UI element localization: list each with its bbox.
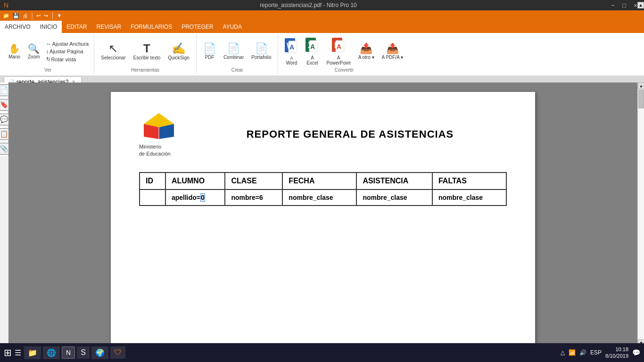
tool-zoom[interactable]: 🔍 Zoom xyxy=(25,42,43,61)
menu-bar: ARCHIVO INICIO EDITAR REVISAR FORMULARIO… xyxy=(0,21,644,33)
vertical-scrollbar[interactable]: ▲ ▼ xyxy=(637,82,644,346)
tool-to-pdfa-label: A PDF/A ▾ xyxy=(382,55,404,60)
svg-text:A: A xyxy=(289,43,294,51)
pdf-page: Ministerio de Educación REPORTE GENERAL … xyxy=(111,92,535,346)
ministry-line2: de Educación xyxy=(139,150,179,157)
rotar-vista[interactable]: ↻ Rotar vista xyxy=(45,56,91,63)
table-header-row: ID ALUMNO CLASE FECHA ASISTENCIA FALTAS xyxy=(140,173,506,189)
taskview-button[interactable]: ☰ xyxy=(15,348,21,357)
menu-archivo[interactable]: ARCHIVO xyxy=(0,21,35,33)
ribbon-collapse-btn[interactable]: ▲ xyxy=(637,2,644,8)
menu-inicio[interactable]: INICIO xyxy=(35,21,62,33)
other-icon: 📤 xyxy=(360,43,372,54)
tool-to-pdfa[interactable]: 📤 A PDF/A ▾ xyxy=(379,41,406,62)
col-asistencia: ASISTENCIA xyxy=(356,173,432,189)
menu-ayuda[interactable]: AYUDA xyxy=(218,21,247,33)
window-controls: − □ × xyxy=(608,2,640,9)
menu-editar[interactable]: EDITAR xyxy=(62,21,91,33)
tool-mano-label: Mano xyxy=(8,54,20,59)
excel-label: Excel xyxy=(306,60,318,66)
minimize-button[interactable]: − xyxy=(608,2,618,9)
tool-pdf-label: PDF xyxy=(205,55,214,60)
clock-time: 10:18 xyxy=(605,346,628,353)
quick-access-toolbar: 📁 💾 🖨 | ↩ ↪ | ▼ xyxy=(0,10,644,21)
taskbar-editor[interactable]: S xyxy=(77,346,90,359)
tool-mano[interactable]: ✋ Mano xyxy=(6,42,23,61)
system-tray: △ 📶 🔊 ESP 10:18 8/10/2019 💬 xyxy=(561,346,640,360)
tool-quicksign[interactable]: ✍ QuickSign xyxy=(165,41,192,62)
tool-seleccionar[interactable]: ↖ Seleccionar xyxy=(98,41,128,62)
tray-volume[interactable]: 🔊 xyxy=(579,349,586,356)
menu-proteger[interactable]: PROTEGER xyxy=(177,21,218,33)
win-taskbar: ⊞ ☰ 📁 🌐 N S 🌍 🛡 △ 📶 🔊 ESP 10:18 8/10/201… xyxy=(0,343,644,362)
cell-alumno: apellido=0 xyxy=(165,189,225,206)
scroll-thumb[interactable] xyxy=(638,90,644,108)
tool-combinar[interactable]: 📄 Combinar xyxy=(221,41,247,62)
taskbar-explorer[interactable]: 📁 xyxy=(24,346,41,359)
tool-to-word-label: A xyxy=(290,56,293,60)
tool-to-excel[interactable]: X A A Excel xyxy=(303,36,322,67)
cell-clase: nombre=6 xyxy=(225,189,282,206)
col-clase: CLASE xyxy=(225,173,282,189)
maximize-button[interactable]: □ xyxy=(619,2,629,9)
start-button[interactable]: ⊞ xyxy=(4,347,12,358)
qa-save-btn[interactable]: 💾 xyxy=(12,12,20,19)
convertir-label: Convertir xyxy=(282,67,406,73)
tool-escribir[interactable]: T Escribir texto xyxy=(131,41,164,62)
tray-notification[interactable]: 💬 xyxy=(632,349,640,356)
tool-portafolio[interactable]: 📄 Portafolio xyxy=(248,41,274,62)
tool-to-word[interactable]: W A A Word xyxy=(282,36,301,67)
qa-redo-btn[interactable]: ↪ xyxy=(43,12,49,19)
taskbar-app2[interactable]: 🛡 xyxy=(110,346,125,359)
qa-separator-2: | xyxy=(50,11,54,20)
cell-faltas: nombre_clase xyxy=(432,189,506,206)
report-title: REPORTE GENERAL DE ASISTENCIAS xyxy=(193,128,507,140)
toolbar-group-herramientas: ↖ Seleccionar T Escribir texto ✍ QuickSi… xyxy=(94,34,197,74)
ajustar-anchura-label: Ajustar Anchura xyxy=(52,41,89,47)
window-title: reporte_asistencias2.pdf - Nitro Pro 10 xyxy=(8,2,608,8)
toolbar-group-ver: ✋ Mano 🔍 Zoom ↔ Ajustar Anchura ↕ Ajusta… xyxy=(2,34,94,74)
ajustar-pagina-icon: ↕ xyxy=(46,49,49,54)
select-icon: ↖ xyxy=(108,43,118,54)
ministry-line1: Ministerio xyxy=(139,143,179,150)
hand-icon: ✋ xyxy=(8,44,20,53)
cell-id xyxy=(140,189,165,206)
toolbar-area: ✋ Mano 🔍 Zoom ↔ Ajustar Anchura ↕ Ajusta… xyxy=(0,33,644,76)
tray-show-icons[interactable]: △ xyxy=(561,349,565,356)
ajustar-pagina[interactable]: ↕ Ajustar Página xyxy=(45,48,91,55)
clock-date: 8/10/2019 xyxy=(605,353,628,359)
tool-to-other[interactable]: 📤 A otro ▾ xyxy=(355,41,377,62)
col-fecha: FECHA xyxy=(282,173,356,189)
qa-file-btn[interactable]: 📁 xyxy=(2,12,10,19)
quicksign-icon: ✍ xyxy=(172,43,186,54)
taskbar-nitro[interactable]: N xyxy=(62,346,75,359)
taskbar-chrome[interactable]: 🌐 xyxy=(43,346,60,359)
scroll-up-btn[interactable]: ▲ xyxy=(638,82,644,89)
qa-undo-btn[interactable]: ↩ xyxy=(35,12,41,19)
report-table: ID ALUMNO CLASE FECHA ASISTENCIA FALTAS … xyxy=(139,172,507,206)
tool-pdf[interactable]: 📄 PDF xyxy=(200,41,219,62)
toolbar-group-crear: 📄 PDF 📄 Combinar 📄 Portafolio Crear xyxy=(197,34,279,74)
ajustar-anchura-icon: ↔ xyxy=(46,41,51,47)
svg-text:A: A xyxy=(337,43,341,50)
tool-to-ppt[interactable]: P A A PowerPoint xyxy=(323,36,353,67)
excel-icon: X A xyxy=(305,38,319,54)
tool-quicksign-label: QuickSign xyxy=(168,55,190,60)
qa-separator: | xyxy=(30,11,34,20)
tray-network[interactable]: 📶 xyxy=(569,349,576,356)
ajustar-anchura[interactable]: ↔ Ajustar Anchura xyxy=(45,41,91,47)
main-content-area: Ministerio de Educación REPORTE GENERAL … xyxy=(8,82,637,346)
word-icon: W A xyxy=(285,38,298,55)
title-bar: N reporte_asistencias2.pdf - Nitro Pro 1… xyxy=(0,0,644,10)
qa-customize-btn[interactable]: ▼ xyxy=(56,12,63,19)
tool-to-ppt-label: A xyxy=(337,55,340,60)
taskbar-browser2[interactable]: 🌍 xyxy=(91,346,108,359)
menu-revisar[interactable]: REVISAR xyxy=(91,21,126,33)
qa-print-btn[interactable]: 🖨 xyxy=(22,12,29,19)
tool-seleccionar-label: Seleccionar xyxy=(101,55,125,60)
pdfa-icon: 📤 xyxy=(386,43,399,54)
menu-formularios[interactable]: FORMULARIOS xyxy=(126,21,177,33)
toolbar-group-convertir: W A A Word X A A Ex xyxy=(278,34,410,74)
system-clock[interactable]: 10:18 8/10/2019 xyxy=(605,346,628,360)
tray-language: ESP xyxy=(590,349,602,356)
